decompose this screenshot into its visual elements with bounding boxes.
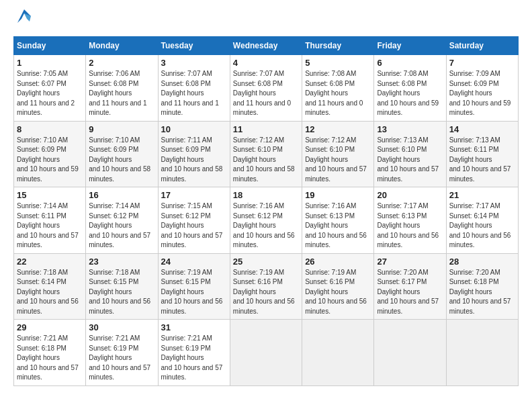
day-info: Sunrise: 7:17 AM Sunset: 6:13 PM Dayligh… [377,201,443,250]
day-info: Sunrise: 7:16 AM Sunset: 6:13 PM Dayligh… [305,201,371,250]
calendar-cell: 8 Sunrise: 7:10 AM Sunset: 6:09 PM Dayli… [14,121,86,187]
weekday-header: Wednesday [230,37,302,55]
day-number: 25 [233,257,299,267]
day-info: Sunrise: 7:09 AM Sunset: 6:09 PM Dayligh… [449,69,515,118]
calendar-cell: 27 Sunrise: 7:20 AM Sunset: 6:17 PM Dayl… [374,253,446,320]
calendar-cell: 29 Sunrise: 7:21 AM Sunset: 6:18 PM Dayl… [14,320,86,386]
calendar-cell: 21 Sunrise: 7:17 AM Sunset: 6:14 PM Dayl… [446,187,518,254]
calendar-cell: 2 Sunrise: 7:06 AM Sunset: 6:08 PM Dayli… [86,55,158,122]
calendar-cell: 11 Sunrise: 7:12 AM Sunset: 6:10 PM Dayl… [230,121,302,187]
day-number: 16 [89,190,154,200]
day-info: Sunrise: 7:10 AM Sunset: 6:09 PM Dayligh… [17,136,83,185]
day-number: 6 [377,58,443,68]
calendar-cell: 24 Sunrise: 7:19 AM Sunset: 6:15 PM Dayl… [158,253,230,320]
day-info: Sunrise: 7:13 AM Sunset: 6:10 PM Dayligh… [377,136,443,185]
day-number: 1 [17,58,83,68]
day-info: Sunrise: 7:14 AM Sunset: 6:12 PM Dayligh… [89,201,154,250]
day-info: Sunrise: 7:21 AM Sunset: 6:19 PM Dayligh… [89,334,154,383]
day-number: 26 [305,257,371,267]
day-number: 7 [449,58,515,68]
day-info: Sunrise: 7:20 AM Sunset: 6:17 PM Dayligh… [377,268,443,317]
calendar-table: SundayMondayTuesdayWednesdayThursdayFrid… [13,36,519,386]
day-number: 3 [161,58,227,68]
weekday-header: Friday [374,37,446,55]
calendar-cell: 22 Sunrise: 7:18 AM Sunset: 6:14 PM Dayl… [14,253,86,320]
calendar-cell: 20 Sunrise: 7:17 AM Sunset: 6:13 PM Dayl… [374,187,446,254]
calendar-cell [446,320,518,386]
calendar-week-row: 29 Sunrise: 7:21 AM Sunset: 6:18 PM Dayl… [14,320,519,386]
calendar-week-row: 1 Sunrise: 7:05 AM Sunset: 6:07 PM Dayli… [14,55,519,122]
day-info: Sunrise: 7:12 AM Sunset: 6:10 PM Dayligh… [233,136,299,185]
calendar-cell [374,320,446,386]
day-info: Sunrise: 7:18 AM Sunset: 6:14 PM Dayligh… [17,268,83,317]
day-number: 10 [161,124,227,134]
day-number: 21 [449,190,515,200]
day-info: Sunrise: 7:21 AM Sunset: 6:19 PM Dayligh… [161,334,227,383]
calendar-week-row: 15 Sunrise: 7:14 AM Sunset: 6:11 PM Dayl… [14,187,519,254]
day-number: 17 [161,190,227,200]
weekday-header: Saturday [446,37,518,55]
calendar-cell: 14 Sunrise: 7:13 AM Sunset: 6:11 PM Dayl… [446,121,518,187]
calendar-cell: 16 Sunrise: 7:14 AM Sunset: 6:12 PM Dayl… [86,187,158,254]
day-number: 19 [305,190,371,200]
day-info: Sunrise: 7:19 AM Sunset: 6:16 PM Dayligh… [305,268,371,317]
calendar-week-row: 8 Sunrise: 7:10 AM Sunset: 6:09 PM Dayli… [14,121,519,187]
weekday-header: Tuesday [158,37,230,55]
day-info: Sunrise: 7:19 AM Sunset: 6:15 PM Dayligh… [161,268,227,317]
day-info: Sunrise: 7:07 AM Sunset: 6:08 PM Dayligh… [233,69,299,118]
day-number: 24 [161,257,227,267]
calendar-cell: 10 Sunrise: 7:11 AM Sunset: 6:09 PM Dayl… [158,121,230,187]
day-info: Sunrise: 7:21 AM Sunset: 6:18 PM Dayligh… [17,334,83,383]
day-number: 22 [17,257,83,267]
day-number: 12 [305,124,371,134]
day-number: 5 [305,58,371,68]
day-number: 14 [449,124,515,134]
calendar-cell: 12 Sunrise: 7:12 AM Sunset: 6:10 PM Dayl… [302,121,374,187]
day-number: 13 [377,124,443,134]
calendar-cell: 30 Sunrise: 7:21 AM Sunset: 6:19 PM Dayl… [86,320,158,386]
calendar-header-row: SundayMondayTuesdayWednesdayThursdayFrid… [14,37,519,55]
logo [13,13,34,30]
calendar-cell: 7 Sunrise: 7:09 AM Sunset: 6:09 PM Dayli… [446,55,518,122]
day-number: 28 [449,257,515,267]
calendar-cell: 3 Sunrise: 7:07 AM Sunset: 6:08 PM Dayli… [158,55,230,122]
calendar-cell: 9 Sunrise: 7:10 AM Sunset: 6:09 PM Dayli… [86,121,158,187]
day-number: 15 [17,190,83,200]
day-number: 29 [17,322,83,332]
day-info: Sunrise: 7:08 AM Sunset: 6:08 PM Dayligh… [377,69,443,118]
calendar-cell: 6 Sunrise: 7:08 AM Sunset: 6:08 PM Dayli… [374,55,446,122]
day-info: Sunrise: 7:06 AM Sunset: 6:08 PM Dayligh… [89,69,154,118]
calendar-cell: 17 Sunrise: 7:15 AM Sunset: 6:12 PM Dayl… [158,187,230,254]
day-info: Sunrise: 7:11 AM Sunset: 6:09 PM Dayligh… [161,136,227,185]
weekday-header: Sunday [14,37,86,55]
day-number: 11 [233,124,299,134]
day-number: 4 [233,58,299,68]
calendar-cell: 26 Sunrise: 7:19 AM Sunset: 6:16 PM Dayl… [302,253,374,320]
day-info: Sunrise: 7:05 AM Sunset: 6:07 PM Dayligh… [17,69,83,118]
page-header [13,13,519,30]
calendar-cell: 28 Sunrise: 7:20 AM Sunset: 6:18 PM Dayl… [446,253,518,320]
day-info: Sunrise: 7:18 AM Sunset: 6:15 PM Dayligh… [89,268,154,317]
calendar-cell: 1 Sunrise: 7:05 AM Sunset: 6:07 PM Dayli… [14,55,86,122]
calendar-cell: 25 Sunrise: 7:19 AM Sunset: 6:16 PM Dayl… [230,253,302,320]
weekday-header: Thursday [302,37,374,55]
day-info: Sunrise: 7:13 AM Sunset: 6:11 PM Dayligh… [449,136,515,185]
day-number: 20 [377,190,443,200]
calendar-cell: 23 Sunrise: 7:18 AM Sunset: 6:15 PM Dayl… [86,253,158,320]
day-info: Sunrise: 7:14 AM Sunset: 6:11 PM Dayligh… [17,201,83,250]
day-number: 9 [89,124,154,134]
calendar-cell [230,320,302,386]
day-number: 2 [89,58,154,68]
day-number: 18 [233,190,299,200]
day-number: 30 [89,322,154,332]
day-info: Sunrise: 7:16 AM Sunset: 6:12 PM Dayligh… [233,201,299,250]
day-info: Sunrise: 7:17 AM Sunset: 6:14 PM Dayligh… [449,201,515,250]
logo-icon [15,7,34,26]
calendar-cell: 18 Sunrise: 7:16 AM Sunset: 6:12 PM Dayl… [230,187,302,254]
calendar-cell [302,320,374,386]
day-info: Sunrise: 7:15 AM Sunset: 6:12 PM Dayligh… [161,201,227,250]
weekday-header: Monday [86,37,158,55]
calendar-cell: 31 Sunrise: 7:21 AM Sunset: 6:19 PM Dayl… [158,320,230,386]
day-info: Sunrise: 7:19 AM Sunset: 6:16 PM Dayligh… [233,268,299,317]
day-info: Sunrise: 7:12 AM Sunset: 6:10 PM Dayligh… [305,136,371,185]
